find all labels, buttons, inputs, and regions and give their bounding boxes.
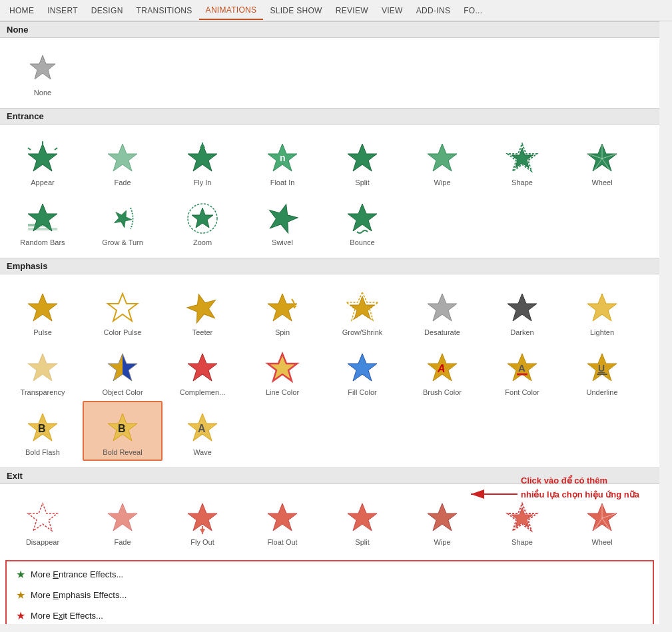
anim-floatin[interactable]: n Float In — [242, 131, 322, 191]
menu-design[interactable]: DESIGN — [85, 2, 130, 19]
menu-view[interactable]: VIEW — [375, 2, 410, 19]
spin-icon — [265, 291, 300, 326]
anim-objectcolor[interactable]: Object Color — [83, 341, 163, 401]
anim-darken[interactable]: Darken — [482, 281, 562, 341]
svg-marker-24 — [111, 206, 134, 228]
anim-colorpulse[interactable]: Color Pulse — [83, 281, 163, 341]
anim-wave[interactable]: A Wave — [163, 401, 242, 461]
anim-randombars[interactable]: Random Bars — [3, 191, 83, 251]
anim-fontcolor[interactable]: A Font Color — [482, 341, 562, 401]
boldreveal-icon: B — [105, 411, 140, 446]
anim-growturn[interactable]: Grow & Turn — [83, 191, 163, 251]
svg-marker-30 — [108, 294, 137, 321]
anim-split-exit[interactable]: Split — [322, 491, 402, 551]
anim-teeter[interactable]: Teeter — [163, 281, 242, 341]
anim-zoom[interactable]: Zoom — [163, 191, 242, 251]
anim-bounce[interactable]: Bounce — [322, 191, 402, 251]
pulse-icon — [25, 291, 60, 326]
menu-review[interactable]: REVIEW — [329, 2, 375, 19]
anim-swivel[interactable]: Swivel — [242, 191, 322, 251]
svg-marker-63 — [108, 503, 137, 531]
anim-wipe[interactable]: Wipe — [402, 131, 482, 191]
randombars-icon — [25, 201, 60, 236]
svg-marker-46 — [268, 354, 297, 381]
svg-marker-31 — [184, 290, 220, 324]
svg-text:A: A — [437, 363, 446, 374]
lighten-icon — [585, 291, 619, 326]
menu-fo[interactable]: FO... — [457, 2, 489, 19]
fade-label: Fade — [114, 178, 131, 187]
anim-complementary[interactable]: Complemen... — [163, 341, 242, 401]
menu-addins[interactable]: ADD-INS — [410, 2, 457, 19]
split-exit-label: Split — [355, 538, 369, 547]
anim-fade[interactable]: Fade — [83, 131, 163, 191]
anim-split[interactable]: Split — [322, 131, 402, 191]
anim-brushcolor[interactable]: A Brush Color — [402, 341, 482, 401]
menu-transitions[interactable]: TRANSITIONS — [130, 2, 199, 19]
anim-boldflash[interactable]: B Bold Flash — [3, 401, 83, 461]
flyout-icon — [185, 501, 220, 535]
wave-label: Wave — [193, 448, 212, 457]
floatout-icon — [265, 501, 300, 535]
menu-insert[interactable]: INSERT — [41, 2, 85, 19]
anim-shape[interactable]: Shape — [482, 131, 562, 191]
anim-linecolor[interactable]: Line Color — [242, 341, 322, 401]
wheel-label: Wheel — [591, 178, 612, 187]
anim-underline[interactable]: U Underline — [562, 341, 642, 401]
zoom-label: Zoom — [193, 238, 212, 247]
anim-transparency[interactable]: Transparency — [3, 341, 83, 401]
objectcolor-icon — [105, 351, 140, 386]
anim-fade-exit[interactable]: Fade — [83, 491, 163, 551]
svg-marker-45 — [188, 354, 217, 381]
svg-marker-11 — [348, 144, 377, 171]
teeter-label: Teeter — [192, 328, 213, 337]
svg-marker-26 — [192, 208, 213, 228]
anim-floatout[interactable]: Float Out — [242, 491, 322, 551]
flyout-label: Fly Out — [190, 538, 214, 547]
pulse-label: Pulse — [33, 328, 52, 337]
none-grid: None — [0, 38, 659, 108]
bottom-menu: ★ More Entrance Effects... ★ More Emphas… — [5, 560, 654, 624]
anim-appear[interactable]: Appear — [3, 131, 83, 191]
menu-slideshow[interactable]: SLIDE SHOW — [263, 2, 328, 19]
anim-none[interactable]: None — [3, 45, 83, 101]
anim-flyin[interactable]: Fly In — [163, 131, 242, 191]
annotation-line1: Click vào để có thêmnhiều lựa chọn hiệu … — [521, 475, 639, 499]
wipe-icon — [425, 141, 460, 176]
boldreveal-label: Bold Reveal — [103, 448, 142, 457]
svg-text:U: U — [598, 363, 605, 374]
anim-lighten[interactable]: Lighten — [562, 281, 642, 341]
svg-text:A: A — [518, 362, 525, 374]
anim-disappear[interactable]: Disappear — [3, 491, 83, 551]
menu-animations[interactable]: ANIMATIONS — [199, 1, 264, 20]
anim-spin[interactable]: Spin — [242, 281, 322, 341]
anim-pulse[interactable]: Pulse — [3, 281, 83, 341]
menubar: HOME INSERT DESIGN TRANSITIONS ANIMATION… — [0, 0, 672, 21]
anim-fillcolor[interactable]: Fill Color — [322, 341, 402, 401]
shape-exit-label: Shape — [511, 538, 533, 547]
more-exit-btn[interactable]: ★ More Exit Effects... — [7, 605, 653, 624]
svg-marker-67 — [268, 503, 297, 531]
svg-marker-1 — [28, 144, 57, 171]
svg-marker-29 — [28, 294, 57, 321]
wave-icon: A — [185, 411, 220, 446]
menu-home[interactable]: HOME — [3, 2, 41, 19]
wheel-exit-label: Wheel — [591, 538, 612, 547]
more-entrance-btn[interactable]: ★ More Entrance Effects... — [7, 564, 653, 585]
appear-label: Appear — [31, 178, 54, 187]
floatin-label: Float In — [270, 178, 295, 187]
anim-flyout[interactable]: Fly Out — [163, 491, 242, 551]
underline-label: Underline — [586, 388, 617, 397]
more-emphasis-btn[interactable]: ★ More Emphasis Effects... — [7, 585, 653, 605]
anim-boldreveal[interactable]: B Bold Reveal — [83, 401, 163, 461]
anim-growshrink[interactable]: Grow/Shrink — [322, 281, 402, 341]
svg-text:B: B — [38, 423, 46, 434]
section-emphasis-header: Emphasis — [0, 258, 659, 274]
svg-marker-5 — [108, 144, 137, 171]
svg-marker-12 — [428, 144, 457, 171]
linecolor-label: Line Color — [266, 388, 299, 397]
swivel-label: Swivel — [272, 238, 293, 247]
anim-desaturate[interactable]: Desaturate — [402, 281, 482, 341]
none-label: None — [34, 89, 51, 97]
anim-wheel[interactable]: Wheel — [562, 131, 642, 191]
